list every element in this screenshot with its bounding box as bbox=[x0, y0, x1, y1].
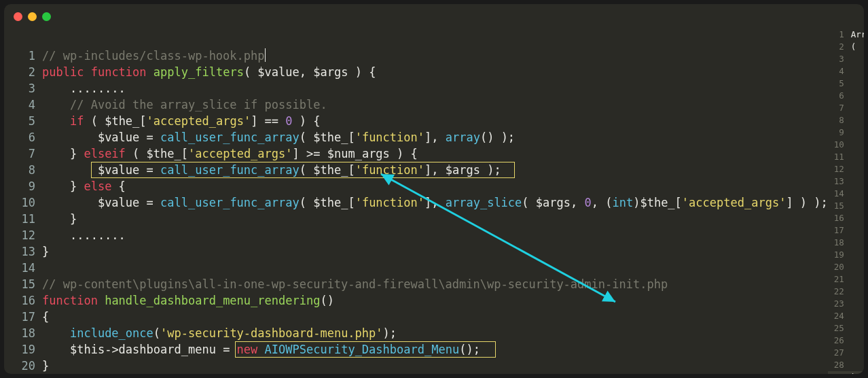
code-text: function handle_dashboard_menu_rendering… bbox=[42, 292, 334, 309]
code-text: // wp-content\plugins\all-in-one-wp-secu… bbox=[42, 276, 668, 292]
close-button[interactable] bbox=[14, 12, 22, 21]
output-line[interactable]: 9 [settings_menu] => bbox=[828, 126, 864, 139]
output-line-number: 28 bbox=[828, 359, 851, 371]
editor-line[interactable]: 10 $value = call_user_func_array( $the_[… bbox=[4, 194, 828, 211]
code-text: ........ bbox=[42, 227, 126, 243]
output-line-number: 27 bbox=[828, 347, 851, 359]
output-text: [user_registration_menu] => bbox=[851, 163, 864, 175]
output-text: ( bbox=[851, 65, 864, 78]
output-line[interactable]: 2( bbox=[828, 41, 864, 53]
output-line[interactable]: 27 bbox=[828, 347, 864, 359]
output-line[interactable]: 17 [firewall_menu] => bbox=[828, 224, 864, 237]
output-text: [brute_force_menu] => bbox=[851, 237, 864, 249]
output-line-number: 1 bbox=[828, 29, 851, 41]
editor-line[interactable]: 2public function apply_filters( $value, … bbox=[4, 64, 828, 80]
output-line-number: 29 bbox=[828, 371, 851, 374]
editor-line[interactable]: 8 $value = call_user_func_array( $the_['… bbox=[4, 162, 828, 178]
output-line[interactable]: 11 [user_login_menu] => bbox=[828, 151, 864, 163]
output-line[interactable]: 19 [maintenance_menu] => bbox=[828, 249, 864, 261]
output-line[interactable]: 1Array bbox=[828, 29, 864, 41]
editor-line[interactable]: 14 bbox=[4, 260, 828, 276]
code-text: if ( $the_['accepted_args'] == 0 ) { bbox=[42, 113, 321, 129]
line-number: 7 bbox=[4, 145, 42, 162]
line-number: 17 bbox=[4, 309, 42, 325]
code-text: { bbox=[42, 309, 49, 325]
editor-line[interactable]: 12 ........ bbox=[4, 227, 828, 243]
line-number: 13 bbox=[4, 243, 42, 260]
output-line-number: 16 bbox=[828, 212, 851, 224]
output-line[interactable]: 15 [whois_menu] => bbox=[828, 200, 864, 212]
editor-line[interactable]: 20} bbox=[4, 358, 828, 374]
output-line[interactable]: 13 [db_security_menu] => bbox=[828, 175, 864, 188]
code-text: } bbox=[42, 243, 49, 260]
output-line[interactable]: 25 [1] => handle_dashboard_menu_renderin… bbox=[828, 322, 864, 334]
line-number: 11 bbox=[4, 211, 42, 227]
output-line-number: 26 bbox=[828, 334, 851, 347]
minimize-button[interactable] bbox=[28, 12, 37, 21]
editor-line[interactable]: 16function handle_dashboard_menu_renderi… bbox=[4, 292, 828, 309]
code-editor[interactable]: 1// wp-includes/class-wp-hook.php2public… bbox=[4, 29, 828, 374]
editor-line[interactable]: 13} bbox=[4, 243, 828, 260]
editor-line[interactable]: 18 include_once('wp-security-dashboard-m… bbox=[4, 325, 828, 341]
output-line-number: 4 bbox=[828, 65, 851, 78]
output-text: [whois_menu] => bbox=[851, 200, 864, 212]
code-text: } elseif ( $the_['accepted_args'] >= $nu… bbox=[42, 145, 418, 162]
editor-line[interactable]: 15// wp-content\plugins\all-in-one-wp-se… bbox=[4, 276, 828, 292]
editor-line[interactable]: 9 } else { bbox=[4, 178, 828, 194]
output-line-number: 14 bbox=[828, 188, 851, 200]
output-line[interactable]: 12 [user_registration_menu] => bbox=[828, 163, 864, 175]
output-line[interactable]: 10 [user_accounts_menu] => bbox=[828, 139, 864, 151]
editor-window: 1// wp-includes/class-wp-hook.php2public… bbox=[4, 4, 864, 374]
output-line[interactable]: 16 [blacklist_menu] => bbox=[828, 212, 864, 224]
output-text: ) bbox=[851, 298, 864, 310]
output-line[interactable]: 5 [0] => AIOWPSecurity_Admin_Init Object bbox=[828, 78, 864, 90]
output-line[interactable]: 26 ) bbox=[828, 334, 864, 347]
output-text: [blacklist_menu] => bbox=[851, 212, 864, 224]
output-line-number: 10 bbox=[828, 139, 851, 151]
line-number: 15 bbox=[4, 276, 42, 292]
output-line[interactable]: 24 bbox=[828, 310, 864, 322]
output-text: [db_security_menu] => bbox=[851, 175, 864, 188]
output-line[interactable]: 21 [filescan_menu] => bbox=[828, 273, 864, 286]
editor-line[interactable]: 3 ........ bbox=[4, 80, 828, 97]
code-text: $this->dashboard_menu = new AIOWPSecurit… bbox=[42, 341, 480, 358]
editor-line[interactable]: 6 $value = call_user_func_array( $the_['… bbox=[4, 129, 828, 145]
output-line[interactable]: 8 [dashboard_menu] => bbox=[828, 114, 864, 126]
line-number: 2 bbox=[4, 64, 42, 80]
output-line[interactable]: 4 ( bbox=[828, 65, 864, 78]
output-line-number: 18 bbox=[828, 237, 851, 249]
output-line[interactable]: 6 ( bbox=[828, 90, 864, 102]
editor-line[interactable]: 4 // Avoid the array_slice if possible. bbox=[4, 97, 828, 113]
zoom-button[interactable] bbox=[42, 12, 51, 21]
output-text: [filescan_menu] => bbox=[851, 273, 864, 286]
output-text: [accepted_args] => 1 bbox=[851, 359, 864, 371]
editor-line[interactable]: 19 $this->dashboard_menu = new AIOWPSecu… bbox=[4, 341, 828, 358]
editor-line[interactable]: 5 if ( $the_['accepted_args'] == 0 ) { bbox=[4, 113, 828, 129]
code-text: } bbox=[42, 358, 49, 374]
output-pane[interactable]: 1Array2(3 [function] => Array4 (5 [0] =>… bbox=[828, 29, 864, 374]
output-line[interactable]: 14 [filesystem_menu] => bbox=[828, 188, 864, 200]
output-line-number: 23 bbox=[828, 298, 851, 310]
code-text: $value = call_user_func_array( $the_['fu… bbox=[42, 162, 501, 178]
output-line-number: 22 bbox=[828, 286, 851, 298]
line-number: 8 bbox=[4, 162, 42, 178]
output-line-number: 19 bbox=[828, 249, 851, 261]
editor-line[interactable]: 1// wp-includes/class-wp-hook.php bbox=[4, 48, 828, 64]
line-number: 19 bbox=[4, 341, 42, 358]
editor-line[interactable]: 11 } bbox=[4, 211, 828, 227]
output-line[interactable]: 20 [spam_menu] => bbox=[828, 261, 864, 273]
output-line[interactable]: 7 [main_menu_page] => toplevel_page_aiow… bbox=[828, 102, 864, 114]
code-text: } bbox=[42, 211, 77, 227]
output-line[interactable]: 18 [brute_force_menu] => bbox=[828, 237, 864, 249]
output-text: [firewall_menu] => bbox=[851, 224, 864, 237]
editor-line[interactable]: 7 } elseif ( $the_['accepted_args'] >= $… bbox=[4, 145, 828, 162]
output-text: [spam_menu] => bbox=[851, 261, 864, 273]
output-line-number: 20 bbox=[828, 261, 851, 273]
output-line[interactable]: 23 ) bbox=[828, 298, 864, 310]
output-line[interactable]: 29) bbox=[828, 371, 864, 374]
editor-line[interactable]: 17{ bbox=[4, 309, 828, 325]
output-line[interactable]: 22 [misc_menu] => bbox=[828, 286, 864, 298]
output-line[interactable]: 3 [function] => Array bbox=[828, 53, 864, 65]
output-line[interactable]: 28 [accepted_args] => 1 bbox=[828, 359, 864, 371]
output-line-number: 24 bbox=[828, 310, 851, 322]
